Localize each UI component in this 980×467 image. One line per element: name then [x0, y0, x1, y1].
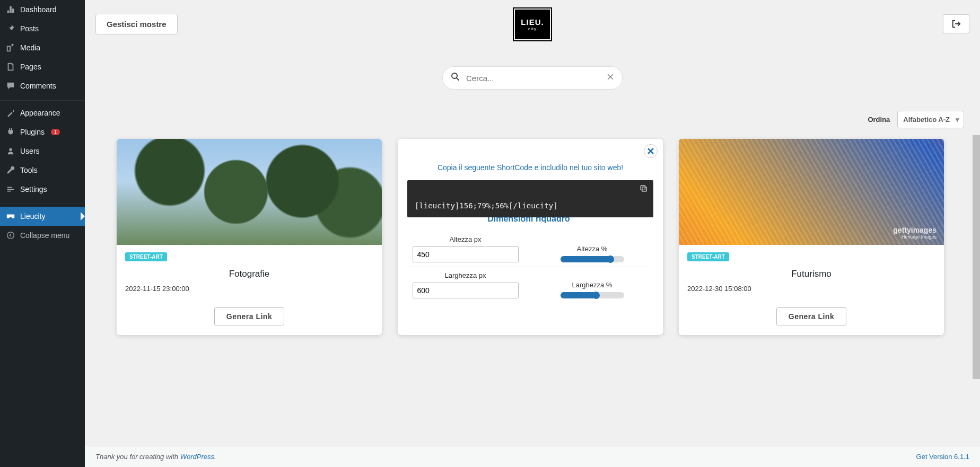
shortcode-box: [lieucity]156;79%;56%[/lieucity]: [407, 180, 653, 217]
sort-row: Ordina Alfabetico A-Z: [95, 111, 969, 128]
altezza-pct-label: Altezza %: [577, 245, 608, 253]
footer-thanks-suffix: .: [214, 453, 216, 461]
sidebar-item-plugins[interactable]: Plugins 1: [0, 122, 85, 142]
cards-grid: STREET-ART Fotografie 2022-11-15 23:00:0…: [95, 134, 969, 340]
sidebar-item-tools[interactable]: Tools: [0, 161, 85, 180]
wrench-icon: [5, 165, 16, 175]
card-image: gettyimages Heritage Images: [679, 139, 944, 245]
card-date: 2022-12-30 15:08:00: [687, 285, 935, 293]
sidebar-item-label: Lieucity: [20, 212, 45, 221]
sort-select[interactable]: Alfabetico A-Z: [897, 111, 964, 128]
altezza-pct-slider[interactable]: [561, 256, 624, 262]
exhibit-card: STREET-ART Fotografie 2022-11-15 23:00:0…: [117, 139, 382, 335]
admin-footer: Thank you for creating with WordPress. G…: [85, 446, 980, 467]
dimensions-title: Dimensioni riquadro: [407, 217, 650, 224]
svg-rect-2: [641, 186, 645, 190]
sidebar-item-label: Dashboard: [20, 5, 57, 14]
logout-button[interactable]: [943, 14, 969, 33]
admin-sidebar: Dashboard Posts Media Pages Comments App…: [0, 0, 85, 467]
modal-hint: Copia il seguente ShortCode e includilo …: [407, 163, 653, 172]
clear-search-button[interactable]: [606, 73, 615, 83]
search-row: [95, 66, 969, 90]
update-badge: 1: [51, 129, 60, 135]
plug-icon: [5, 127, 16, 137]
sidebar-item-users[interactable]: Users: [0, 142, 85, 161]
sidebar-item-comments[interactable]: Comments: [0, 76, 85, 95]
svg-point-0: [7, 232, 14, 239]
close-modal-button[interactable]: [644, 144, 658, 158]
close-icon: [648, 148, 654, 154]
sidebar-item-dashboard[interactable]: Dashboard: [0, 0, 85, 19]
image-watermark: gettyimages Heritage Images: [893, 226, 937, 240]
sidebar-item-media[interactable]: Media: [0, 38, 85, 57]
vr-icon: [5, 211, 16, 222]
category-tag: STREET-ART: [687, 252, 729, 261]
copy-button[interactable]: [640, 184, 649, 194]
sidebar-item-label: Appearance: [20, 109, 60, 117]
sidebar-separator: [0, 98, 85, 101]
sidebar-item-label: Plugins: [20, 128, 45, 136]
generate-link-button[interactable]: Genera Link: [776, 307, 846, 325]
dimensions-section[interactable]: Dimensioni riquadro Altezza px Altezza %: [407, 217, 653, 318]
sidebar-item-label: Comments: [20, 82, 56, 90]
sidebar-item-pages[interactable]: Pages: [0, 57, 85, 76]
pin-icon: [5, 23, 16, 34]
shortcode-text: [lieucity]156;79%;56%[/lieucity]: [415, 201, 558, 210]
altezza-px-input[interactable]: [413, 246, 519, 262]
sidebar-item-label: Collapse menu: [20, 231, 69, 240]
brand-logo: LIEU. city: [515, 10, 550, 39]
generate-link-button[interactable]: Genera Link: [214, 307, 284, 325]
copy-icon: [640, 184, 648, 193]
altezza-px-label: Altezza px: [450, 235, 482, 243]
search-box: [442, 66, 623, 90]
footer-thanks-prefix: Thank you for creating with: [95, 453, 180, 461]
sidebar-item-label: Tools: [20, 166, 38, 174]
sliders-icon: [5, 184, 16, 195]
svg-rect-1: [642, 187, 646, 191]
exhibit-card: gettyimages Heritage Images STREET-ART F…: [679, 139, 944, 335]
sidebar-item-label: Posts: [20, 24, 39, 33]
logout-icon: [951, 19, 961, 29]
larghezza-pct-label: Larghezza %: [572, 281, 612, 289]
collapse-icon: [5, 230, 16, 241]
sidebar-item-appearance[interactable]: Appearance: [0, 103, 85, 122]
category-tag: STREET-ART: [125, 252, 167, 261]
card-title: Futurismo: [687, 269, 935, 279]
user-icon: [5, 146, 16, 156]
search-icon: [450, 72, 461, 84]
search-input[interactable]: [466, 74, 606, 83]
sidebar-item-lieucity[interactable]: Lieucity: [0, 207, 85, 226]
sidebar-item-label: Media: [20, 43, 40, 52]
wordpress-link[interactable]: WordPress: [180, 453, 214, 461]
pages-icon: [5, 61, 16, 72]
main-content: Gestisci mostre LIEU. city Ordina Alfabe…: [85, 0, 980, 446]
sidebar-item-posts[interactable]: Posts: [0, 19, 85, 38]
version-link[interactable]: Get Version 6.1.1: [916, 453, 969, 461]
card-image: [117, 139, 382, 245]
shortcode-modal: Copia il seguente ShortCode e includilo …: [398, 139, 663, 335]
content-scrollbar[interactable]: [973, 135, 980, 379]
larghezza-px-input[interactable]: [413, 283, 519, 298]
topbar: Gestisci mostre LIEU. city: [95, 0, 969, 40]
larghezza-pct-slider[interactable]: [561, 292, 624, 298]
sidebar-collapse[interactable]: Collapse menu: [0, 226, 85, 245]
sort-label: Ordina: [868, 116, 890, 124]
comments-icon: [5, 81, 16, 91]
manage-exhibits-button[interactable]: Gestisci mostre: [95, 14, 178, 34]
larghezza-px-label: Larghezza px: [444, 271, 486, 279]
card-title: Fotografie: [125, 269, 373, 279]
dashboard-icon: [5, 4, 16, 15]
sidebar-item-label: Users: [20, 147, 40, 155]
sidebar-item-label: Pages: [20, 63, 41, 71]
card-date: 2022-11-15 23:00:00: [125, 285, 373, 293]
sidebar-item-label: Settings: [20, 185, 47, 193]
brush-icon: [5, 108, 16, 118]
media-icon: [5, 42, 16, 53]
sidebar-item-settings[interactable]: Settings: [0, 180, 85, 199]
sidebar-separator: [0, 201, 85, 204]
